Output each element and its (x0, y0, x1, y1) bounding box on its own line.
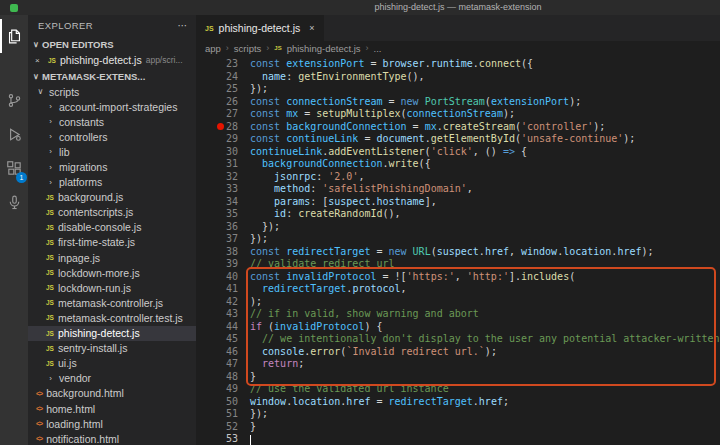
chevron-down-icon: ∨ (36, 87, 45, 96)
line-number: 38 (226, 246, 238, 257)
file-notification-html[interactable]: <>notification.html (28, 431, 196, 445)
close-icon[interactable]: × (35, 56, 44, 65)
file-ui-js[interactable]: JSui.js (28, 356, 196, 371)
folder-controllers[interactable]: ›controllers (28, 129, 196, 144)
breadcrumb-item-app[interactable]: app (205, 43, 221, 54)
line-number: 33 (226, 183, 238, 194)
line-number: 44 (226, 321, 238, 332)
breakpoint-icon[interactable] (217, 123, 224, 130)
folder-lib[interactable]: ›lib (28, 144, 196, 159)
line-number-gutter[interactable]: 53 (196, 433, 246, 445)
file-home-html[interactable]: <>home.html (28, 401, 196, 416)
file-inpage-js[interactable]: JSinpage.js (28, 250, 196, 265)
file-label: constants (59, 116, 104, 128)
folder-scripts[interactable]: ∨scripts (28, 84, 196, 99)
line-number-gutter[interactable]: 47 (196, 358, 246, 371)
js-file-icon: JS (46, 284, 54, 291)
breadcrumb-item-scripts[interactable]: scripts (234, 43, 261, 54)
line-number-gutter[interactable]: 49 (196, 383, 246, 396)
breadcrumb-item--[interactable]: ... (374, 43, 382, 54)
chevron-right-icon: › (46, 102, 55, 111)
code-line-46: 46 console.error(`Invalid redirect url.`… (196, 346, 720, 359)
source-control-icon[interactable] (0, 83, 28, 117)
line-number-gutter[interactable]: 36 (196, 221, 246, 234)
file-loading-html[interactable]: <>loading.html (28, 416, 196, 431)
line-number-gutter[interactable]: 52 (196, 421, 246, 434)
run-debug-icon[interactable] (0, 117, 28, 151)
file-sentry-install-js[interactable]: JSsentry-install.js (28, 341, 196, 356)
open-editor-item[interactable]: × JS phishing-detect.js app/scri... (28, 52, 196, 68)
line-number-gutter[interactable]: 27 (196, 108, 246, 121)
folder-constants[interactable]: ›constants (28, 114, 196, 129)
line-number-gutter[interactable]: 33 (196, 183, 246, 196)
line-number-gutter[interactable]: 44 (196, 321, 246, 334)
code-line-35: 35 id: createRandomId(), (196, 208, 720, 221)
file-background-js[interactable]: JSbackground.js (28, 190, 196, 205)
line-number-gutter[interactable]: 37 (196, 233, 246, 246)
line-number-gutter[interactable]: 24 (196, 71, 246, 84)
code-text: const invalidProtocol = !['https:', 'htt… (250, 271, 575, 284)
tab-phishing-detect-js[interactable]: JS phishing-detect.js × (196, 15, 324, 41)
explorer-icon[interactable] (0, 19, 28, 53)
file-background-html[interactable]: <>background.html (28, 386, 196, 401)
extensions-icon[interactable]: 1 (0, 151, 28, 185)
open-editors-header[interactable]: ∨ OPEN EDITORS (28, 36, 196, 52)
line-number-gutter[interactable]: 32 (196, 171, 246, 184)
code-text: } (250, 421, 256, 434)
code-text: const connectionStream = new PortStream(… (250, 96, 581, 109)
line-number-gutter[interactable]: 51 (196, 408, 246, 421)
line-number-gutter[interactable]: 45 (196, 333, 246, 346)
file-metamask-controller-test-js[interactable]: JSmetamask-controller.test.js (28, 310, 196, 325)
tab-bar: JS phishing-detect.js × (196, 15, 720, 41)
line-number: 53 (226, 433, 238, 444)
line-number: 28 (226, 121, 238, 132)
line-number-gutter[interactable]: 43 (196, 308, 246, 321)
line-number-gutter[interactable]: 39 (196, 258, 246, 271)
line-number-gutter[interactable]: 38 (196, 246, 246, 259)
more-actions-icon[interactable]: ⋯ (178, 20, 188, 31)
folder-platforms[interactable]: ›platforms (28, 175, 196, 190)
open-editors-label: OPEN EDITORS (42, 39, 114, 50)
file-contentscripts-js[interactable]: JScontentscripts.js (28, 205, 196, 220)
code-line-49: 49// use the validated url instance (196, 383, 720, 396)
folder-vendor[interactable]: ›vendor (28, 371, 196, 386)
line-number-gutter[interactable]: 35 (196, 208, 246, 221)
file-disable-console-js[interactable]: JSdisable-console.js (28, 220, 196, 235)
chevron-right-icon: › (46, 147, 55, 156)
line-number-gutter[interactable]: 26 (196, 96, 246, 109)
line-number-gutter[interactable]: 23 (196, 58, 246, 71)
breadcrumb-separator-icon: › (226, 43, 229, 53)
file-first-time-state-js[interactable]: JSfirst-time-state.js (28, 235, 196, 250)
line-number-gutter[interactable]: 25 (196, 83, 246, 96)
line-number-gutter[interactable]: 41 (196, 283, 246, 296)
microphone-icon[interactable] (0, 185, 28, 219)
line-number-gutter[interactable]: 48 (196, 371, 246, 384)
line-number-gutter[interactable]: 42 (196, 296, 246, 309)
line-number-gutter[interactable]: 30 (196, 146, 246, 159)
code-text: jsonrpc: '2.0', (250, 171, 364, 184)
line-number-gutter[interactable]: 31 (196, 158, 246, 171)
line-number-gutter[interactable]: 28 (196, 121, 246, 134)
file-label: lockdown-more.js (58, 267, 140, 279)
close-icon[interactable]: × (309, 23, 314, 33)
file-lockdown-run-js[interactable]: JSlockdown-run.js (28, 280, 196, 295)
line-number-gutter[interactable]: 34 (196, 196, 246, 209)
line-number-gutter[interactable]: 40 (196, 271, 246, 284)
code-area[interactable]: 23const extensionPort = browser.runtime.… (196, 55, 720, 445)
file-label: disable-console.js (58, 221, 141, 233)
file-metamask-controller-js[interactable]: JSmetamask-controller.js (28, 295, 196, 310)
breadcrumb-item-phishing-detect-js[interactable]: phishing-detect.js (287, 43, 361, 54)
folder-migrations[interactable]: ›migrations (28, 159, 196, 174)
project-name-label: METAMASK-EXTENS... (42, 71, 145, 82)
file-label: account-import-strategies (59, 101, 177, 113)
line-number-gutter[interactable]: 29 (196, 133, 246, 146)
code-text: // we intentionally don't display to the… (250, 333, 720, 346)
line-number-gutter[interactable]: 50 (196, 396, 246, 409)
file-phishing-detect-js[interactable]: JSphishing-detect.js (28, 326, 196, 341)
line-number: 45 (226, 333, 238, 344)
project-section-header[interactable]: ∨ METAMASK-EXTENS... (28, 68, 196, 84)
line-number-gutter[interactable]: 46 (196, 346, 246, 359)
code-line-38: 38const redirectTarget = new URL(suspect… (196, 246, 720, 259)
file-lockdown-more-js[interactable]: JSlockdown-more.js (28, 265, 196, 280)
folder-account-import-strategies[interactable]: ›account-import-strategies (28, 99, 196, 114)
